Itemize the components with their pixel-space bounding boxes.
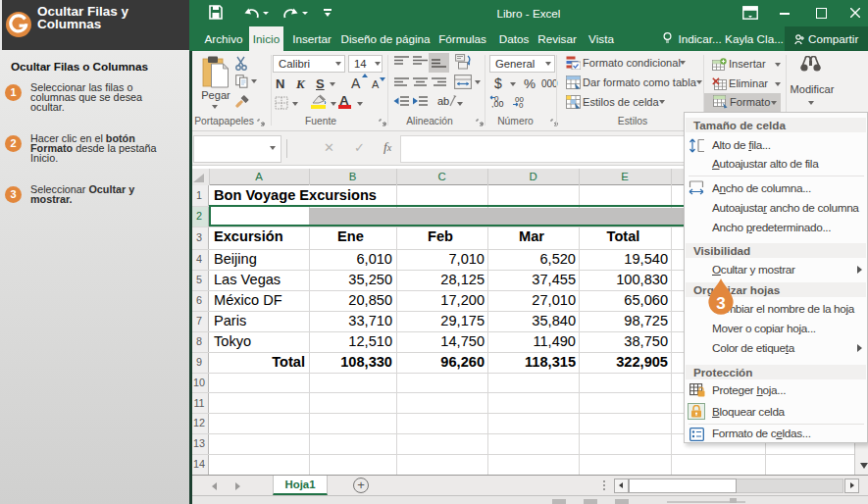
svg-text:0: 0 (519, 101, 524, 109)
svg-text:3: 3 (716, 294, 725, 313)
svg-text:0: 0 (494, 95, 499, 103)
svg-text:ab: ab (437, 95, 449, 107)
